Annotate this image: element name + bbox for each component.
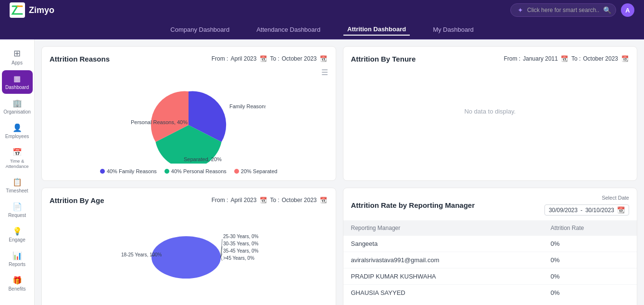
attrition-reasons-date-range: From : April 2023 📆 To : October 2023 📆 [212,54,328,63]
sidebar-item-time-attendance[interactable]: 📅 Time & Attendance [2,144,33,173]
attrition-age-chart: 18-25 Years, 100% 25-30 Years, 0% 30-35 … [50,209,328,286]
manager-name: aviralsrivastava991@gmail.com [343,252,543,268]
to-calendar-icon-age[interactable]: 📆 [319,196,328,204]
sidebar-item-apps[interactable]: ⊞ Apps [2,44,33,69]
sidebar-label-apps: Apps [12,60,23,65]
from-calendar-icon-attrition-reasons[interactable]: 📆 [259,54,267,63]
sidebar-item-employees[interactable]: 👤 Employees [2,119,33,143]
logo-text: Zimyo [29,5,54,15]
from-label: From : [212,55,228,62]
tabs-bar: Company Dashboard Attendance Dashboard A… [0,20,644,39]
manager-name: PRADIP KUMAR KUSHWAHA [343,268,543,285]
legend-family-reasons: 40% Family Reasons [100,168,157,174]
logo-area: Zimyo [10,2,54,18]
pie-legend: 40% Family Reasons 40% Personal Reasons … [100,168,278,174]
legend-dot-personal [164,169,169,174]
sidebar-item-timesheet[interactable]: 📋 Timesheet [2,174,33,197]
manager-name: GHAUSIA SAYYED [343,285,543,301]
sidebar-label-employees: Employees [5,134,29,139]
legend-personal-reasons: 40% Personal Reasons [164,168,227,174]
manager-table-container: Reporting Manager Attrition Rate Sangeet… [343,220,637,301]
sidebar-label-organisation: Organisation [3,109,31,114]
attrition-rate-manager-card: Attrition Rate by Reporting Manager Sele… [343,188,638,305]
from-date-attrition-reasons: April 2023 [230,55,256,62]
legend-dot-family [100,169,105,174]
attrition-age-title: Attrition By Age [50,196,207,204]
to-calendar-icon-attrition-reasons[interactable]: 📆 [319,54,328,63]
legend-label-personal: 40% Personal Reasons [171,168,227,174]
age-label-25-30: 25-30 Years, 0% [223,234,258,239]
pie-chart-svg: Family Reasons, 40% Personal Reasons, 40… [112,82,265,164]
content-area: Attrition Reasons From : April 2023 📆 To… [35,39,644,305]
age-label-30-35: 30-35 Years, 0% [223,241,258,246]
sidebar-item-organisation[interactable]: 🏢 Organisation [2,95,33,118]
table-row: GHAUSIA SAYYED 0% [343,285,637,301]
to-calendar-icon-tenure[interactable]: 📆 [620,54,629,63]
attrition-by-age-card: Attrition By Age From : April 2023 📆 To … [41,188,336,305]
from-label-age: From : [212,197,228,203]
sidebar-label-time-attendance: Time & Attendance [5,158,30,169]
table-row: Sangeeta 0% [343,236,637,252]
attrition-reasons-header: Attrition Reasons From : April 2023 📆 To… [50,54,328,63]
sidebar-item-reports[interactable]: 📊 Reports [2,247,33,271]
attrition-tenure-title: Attrition By Tenure [351,55,499,63]
table-row: PRADIP KUMAR KUSHWAHA 0% [343,268,637,285]
table-row: aviralsrivastava991@gmail.com 0% [343,252,637,268]
attrition-rate-value: 0% [543,236,637,252]
attrition-age-header: Attrition By Age From : April 2023 📆 To … [50,196,328,204]
svg-point-1 [152,236,221,279]
manager-date-range-box[interactable]: 30/09/2023 - 30/10/2023 📆 [544,204,629,216]
age-label-18-25: 18-25 Years, 100% [121,252,162,257]
manager-card-title: Attrition Rate by Reporting Manager [351,201,540,209]
dashboard-icon: ▦ [13,74,21,83]
tab-attendance-dashboard[interactable]: Attendance Dashboard [253,24,324,35]
search-magnifier-icon: 🔍 [603,6,611,14]
select-date-label: Select Date [602,195,629,201]
sidebar-label-dashboard: Dashboard [5,85,29,90]
attrition-reasons-chart: Family Reasons, 40% Personal Reasons, 40… [50,82,328,174]
attrition-reasons-title: Attrition Reasons [50,55,207,63]
tenure-no-data: No data to display. [351,68,630,154]
avatar[interactable]: A [621,3,634,17]
age-pie-svg: 18-25 Years, 100% 25-30 Years, 0% 30-35 … [116,209,261,286]
smart-search-icon: ✦ [518,6,523,14]
attrition-tenure-date-range: From : January 2011 📆 To : October 2023 … [504,54,629,63]
timesheet-icon: 📋 [13,178,22,187]
sidebar-item-benefits[interactable]: 🎁 Benefits [2,272,33,295]
main-layout: ⊞ Apps ▦ Dashboard 🏢 Organisation 👤 Empl… [0,39,644,305]
legend-dot-separated [234,169,239,174]
sidebar-label-timesheet: Timesheet [6,188,28,193]
to-date-tenure: October 2023 [583,55,618,62]
from-label-tenure: From : [504,55,521,62]
to-date-attrition-reasons: October 2023 [282,55,317,62]
organisation-icon: 🏢 [13,99,22,108]
legend-label-separated: 20% Separated [241,168,278,174]
search-input[interactable] [527,7,599,13]
to-label: To : [270,55,279,62]
tab-attrition-dashboard[interactable]: Attrition Dashboard [343,24,410,36]
search-box[interactable]: ✦ 🔍 [510,3,616,17]
manager-date-from: 30/09/2023 [549,207,578,214]
legend-label-family: 40% Family Reasons [107,168,157,174]
attrition-rate-value: 0% [543,285,637,301]
personal-reasons-pie-label: Personal Reasons, 40% [131,119,188,125]
from-calendar-icon-tenure[interactable]: 📆 [560,54,569,63]
tab-company-dashboard[interactable]: Company Dashboard [166,24,233,35]
from-calendar-icon-age[interactable]: 📆 [259,196,267,204]
age-label-45-plus: >45 Years, 0% [223,255,254,261]
attrition-age-date-range: From : April 2023 📆 To : October 2023 📆 [212,196,328,204]
sidebar: ⊞ Apps ▦ Dashboard 🏢 Organisation 👤 Empl… [0,39,35,305]
time-attendance-icon: 📅 [13,148,22,157]
sidebar-item-request[interactable]: 📄 Request [2,198,33,222]
attrition-reasons-card: Attrition Reasons From : April 2023 📆 To… [41,46,336,181]
manager-calendar-icon[interactable]: 📆 [617,206,625,214]
tab-my-dashboard[interactable]: My Dashboard [429,24,478,35]
sidebar-item-dashboard[interactable]: ▦ Dashboard [2,70,33,94]
apps-icon: ⊞ [13,48,21,59]
search-area: ✦ 🔍 A [74,3,634,17]
legend-separated: 20% Separated [234,168,278,174]
svg-rect-0 [10,2,25,18]
list-view-icon[interactable]: ☰ [321,68,328,77]
sidebar-item-engage[interactable]: 💡 Engage [2,223,33,246]
engage-icon: 💡 [13,227,22,236]
